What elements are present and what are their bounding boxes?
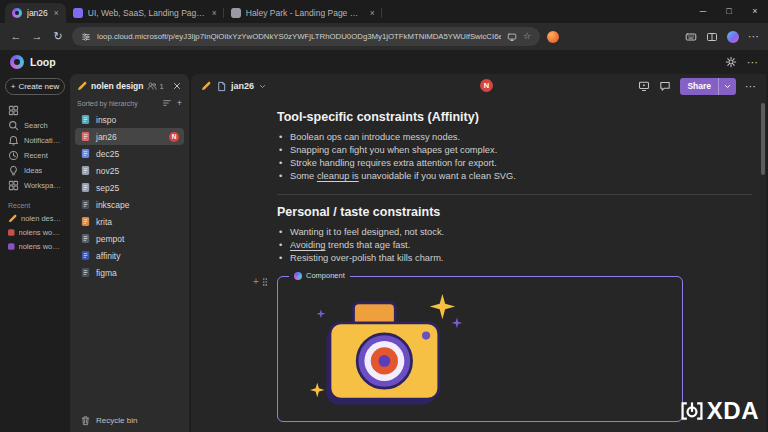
document-content[interactable]: Tool-specific constraints (Affinity) Boo…: [191, 98, 766, 432]
browser-essentials-icon[interactable]: [547, 31, 559, 43]
comments-icon[interactable]: [659, 80, 671, 92]
share-button[interactable]: Share: [680, 78, 736, 95]
sidebar-item-ideas[interactable]: Ideas: [3, 163, 67, 178]
forward-button[interactable]: →: [30, 31, 44, 42]
bullet-item: Stroke handling requires extra attention…: [277, 157, 752, 170]
recent-item-workspace-2[interactable]: nolens workspace: [3, 239, 67, 253]
page-icon: [80, 233, 91, 244]
page-label: inspo: [96, 115, 116, 125]
tab-close-icon[interactable]: ×: [212, 8, 217, 18]
tab-title: UI, Web, SaaS, Landing Page & Mob...: [88, 8, 206, 18]
bullet-item: Snapping can fight you when shapes get c…: [277, 144, 752, 157]
insert-block-icon[interactable]: +: [253, 277, 259, 287]
address-bar[interactable]: loop.cloud.microsoft/p/eyJ3Ijp7InQiOiIxY…: [72, 27, 540, 46]
page-icon: [80, 114, 91, 125]
members-indicator[interactable]: 1: [147, 81, 163, 91]
share-chevron-icon[interactable]: [719, 82, 736, 91]
tab-title: jan26: [27, 8, 48, 18]
clock-icon: [8, 150, 19, 161]
page-item-affinity[interactable]: affinity: [75, 247, 184, 264]
plus-icon: +: [11, 82, 16, 91]
favorites-star-icon[interactable]: ☆: [523, 32, 531, 41]
loop-component-icon: [294, 272, 302, 280]
keyboard-icon[interactable]: [685, 31, 697, 43]
back-button[interactable]: ←: [9, 31, 23, 42]
create-new-button[interactable]: + Create new: [5, 78, 65, 95]
chevron-down-icon[interactable]: [258, 82, 267, 91]
maximize-button[interactable]: □: [716, 0, 742, 23]
tab-close-icon[interactable]: ×: [370, 8, 375, 18]
sidebar-item-label: Workspaces: [24, 181, 62, 190]
recycle-bin[interactable]: Recycle bin: [75, 411, 184, 428]
sidebar-item-home[interactable]: [3, 103, 67, 118]
page-icon: [80, 165, 91, 176]
component-box[interactable]: Component: [277, 276, 683, 422]
breadcrumb[interactable]: jan26: [216, 81, 267, 92]
bullet-list: Wanting it to feel designed, not stock. …: [277, 226, 752, 265]
workspace-icon: [8, 242, 15, 251]
add-page-icon[interactable]: +: [177, 99, 182, 108]
tab-favicon: [73, 8, 83, 18]
page-item-dec25[interactable]: dec25: [75, 145, 184, 162]
app-more-icon[interactable]: ⋯: [747, 57, 758, 68]
document-more-icon[interactable]: ⋯: [745, 81, 756, 92]
tab-ui-web-saas[interactable]: UI, Web, SaaS, Landing Page & Mob... ×: [66, 3, 224, 23]
app-title: Loop: [30, 56, 56, 68]
lightbulb-icon: [8, 165, 19, 176]
recent-item-nolen-design[interactable]: nolen design: [3, 211, 67, 225]
xda-text: XDA: [707, 397, 759, 425]
drag-handle-icon[interactable]: [260, 276, 270, 288]
page-item-inkscape[interactable]: inkscape: [75, 196, 184, 213]
pencil-icon: [8, 214, 17, 223]
toolbar-right-icons: ⋯: [685, 31, 759, 43]
app-header: Loop ⋯: [0, 50, 768, 74]
tab-separator: [381, 8, 382, 18]
send-to-device-icon[interactable]: [507, 32, 517, 42]
page-item-pempot[interactable]: pempot: [75, 230, 184, 247]
sort-order-icon[interactable]: [162, 98, 172, 108]
sidebar-item-workspaces[interactable]: Workspaces: [3, 178, 67, 193]
sidebar-item-notifications[interactable]: Notifications: [3, 133, 67, 148]
page-icon: [80, 199, 91, 210]
page-icon: [80, 148, 91, 159]
present-icon[interactable]: [638, 80, 650, 92]
presence-avatar[interactable]: N: [480, 79, 493, 92]
split-screen-icon[interactable]: [706, 31, 718, 43]
members-count: 1: [159, 82, 163, 91]
sidebar-item-search[interactable]: Search: [3, 118, 67, 133]
presence-badge: N: [169, 132, 179, 142]
page-item-jan26[interactable]: jan26 N: [75, 128, 184, 145]
page-item-nov25[interactable]: nov25: [75, 162, 184, 179]
page-item-sep25[interactable]: sep25: [75, 179, 184, 196]
recent-item-workspace-1[interactable]: nolens workspace: [3, 225, 67, 239]
app-header-icons: ⋯: [725, 56, 758, 68]
site-info-icon[interactable]: [81, 32, 91, 42]
close-button[interactable]: ×: [742, 0, 768, 23]
settings-gear-icon[interactable]: [725, 56, 737, 68]
browser-tab-bar: jan26 × UI, Web, SaaS, Landing Page & Mo…: [0, 0, 768, 23]
recent-item-label: nolens workspace: [19, 242, 62, 251]
page-item-inspo[interactable]: inspo: [75, 111, 184, 128]
copilot-icon[interactable]: [727, 31, 739, 43]
panel-close-icon[interactable]: [172, 81, 182, 91]
page-icon: [80, 182, 91, 193]
search-icon: [8, 120, 19, 131]
workspaces-grid-icon: [8, 180, 19, 191]
page-icon: [80, 250, 91, 261]
minimize-button[interactable]: ─: [690, 0, 716, 23]
browser-menu-icon[interactable]: ⋯: [748, 31, 759, 42]
scrollbar-thumb[interactable]: [761, 103, 765, 175]
sort-label[interactable]: Sorted by hierarchy: [77, 100, 138, 107]
tab-close-icon[interactable]: ×: [54, 8, 59, 18]
left-sidebar: + Create new Search Notifications Recent: [0, 74, 70, 432]
sidebar-item-recent[interactable]: Recent: [3, 148, 67, 163]
page-item-krita[interactable]: krita: [75, 213, 184, 230]
page-label: affinity: [96, 251, 120, 261]
bullet-item: Resisting over-polish that kills charm.: [277, 252, 752, 265]
tab-jan26[interactable]: jan26 ×: [5, 3, 66, 23]
recent-section-header: Recent: [8, 202, 62, 209]
page-item-figma[interactable]: figma: [75, 264, 184, 281]
refresh-button[interactable]: ↻: [51, 31, 65, 42]
scrollbar[interactable]: [761, 100, 765, 429]
tab-haley-park[interactable]: Haley Park - Landing Page Design [... ×: [224, 3, 382, 23]
